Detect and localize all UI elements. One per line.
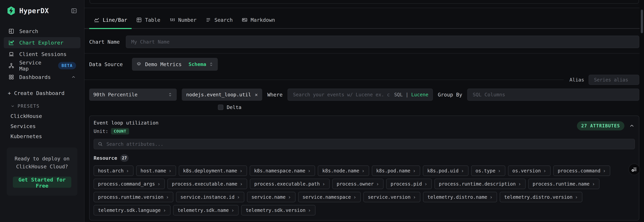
attribute-chip-label: process.pid	[390, 181, 422, 187]
attribute-chip[interactable]: k8s.deployment.name ›	[179, 166, 247, 176]
attribute-chip[interactable]: host.arch ›	[94, 166, 134, 176]
sidebar-item-client-sessions[interactable]: Client Sessions	[4, 49, 80, 60]
sql-lucene-toggle[interactable]: SQL | Lucene	[394, 92, 428, 97]
tab-label: Markdown	[251, 17, 275, 23]
data-source-row: Data Source Demo Metrics Schema	[89, 58, 639, 71]
chevron-right-icon: ›	[322, 181, 325, 187]
collapse-panel-icon[interactable]	[629, 123, 635, 129]
attributes-count-badge: 27 ATTRIBUTES	[577, 121, 624, 130]
preset-list: ClickHouse Services Kubernetes	[10, 111, 84, 141]
tab-search[interactable]: Search	[201, 12, 237, 29]
attribute-chip-label: telemetry.sdk.language	[98, 208, 161, 213]
attribute-chip[interactable]: telemetry.sdk.language ›	[94, 205, 170, 216]
sitemap-icon	[8, 62, 14, 69]
unit-label: Unit:	[94, 128, 108, 134]
attribute-chip[interactable]: os.version ›	[508, 166, 551, 176]
delta-checkbox[interactable]	[218, 105, 223, 110]
aggregation-value: 90th Percentile	[93, 92, 138, 97]
sidebar-item-search[interactable]: Search	[4, 26, 80, 37]
promo-text: Ready to deploy on ClickHouse Cloud?	[13, 155, 71, 171]
lucene-option[interactable]: Lucene	[411, 92, 428, 97]
tab-line-bar[interactable]: Line/Bar	[89, 12, 132, 29]
sql-option[interactable]: SQL	[394, 92, 403, 97]
aggregation-select[interactable]: 90th Percentile	[89, 89, 177, 101]
group-by-input[interactable]	[467, 89, 639, 101]
attribute-chip[interactable]: process.runtime.description ›	[434, 179, 526, 189]
remove-metric-icon[interactable]: ×	[255, 92, 258, 98]
tab-table[interactable]: Table	[132, 12, 165, 29]
attribute-chip[interactable]: process.executable.path ›	[250, 179, 330, 189]
attribute-chip[interactable]: k8s.pod.name ›	[372, 166, 420, 176]
presets-toggle[interactable]: PRESETS	[10, 104, 84, 109]
attribute-chip[interactable]: service.version ›	[364, 192, 420, 202]
attribute-chip[interactable]: process.command_args ›	[94, 179, 165, 189]
attribute-chip[interactable]: process.executable.name ›	[168, 179, 247, 189]
attribute-chip[interactable]: telemetry.sdk.name ›	[173, 205, 239, 216]
markdown-icon	[242, 17, 248, 23]
tab-markdown[interactable]: Markdown	[237, 12, 280, 29]
data-source-select[interactable]: Demo Metrics Schema	[132, 58, 218, 71]
scrollbar-thumb[interactable]	[641, 10, 643, 33]
attribute-chip[interactable]: service.instance.id ›	[176, 192, 244, 202]
attribute-chip[interactable]: k8s.pod.uid ›	[423, 166, 468, 176]
create-dashboard-button[interactable]: + Create Dashboard	[8, 90, 84, 96]
attribute-chip[interactable]: process.runtime.version ›	[94, 192, 173, 202]
chevron-right-icon: ›	[240, 168, 242, 174]
sidebar-collapse-icon[interactable]	[70, 7, 77, 14]
divider	[84, 8, 644, 8]
attribute-chip[interactable]: process.command ›	[553, 166, 610, 176]
sidebar-item-dashboards[interactable]: Dashboards	[4, 71, 80, 83]
chevron-right-icon: ›	[353, 194, 356, 200]
chevron-right-icon: ›	[592, 181, 595, 187]
sidebar: HyperDX Search	[0, 0, 84, 222]
chevron-right-icon: ›	[166, 194, 169, 200]
attribute-chip[interactable]: telemetry.distro.version ›	[500, 192, 582, 202]
feedback-fab-button[interactable]	[628, 164, 640, 175]
attribute-chip-label: telemetry.sdk.version	[246, 208, 306, 213]
metric-attributes-panel: Event loop utilization Unit: COUNT 27 AT…	[89, 116, 639, 221]
layers-icon	[136, 61, 142, 67]
attribute-chip-label: os.version	[512, 168, 541, 174]
sidebar-nav: Search Chart Explorer Cl	[0, 26, 84, 83]
tab-label: Search	[214, 17, 233, 23]
attribute-chip[interactable]: k8s.node.name ›	[318, 166, 369, 176]
chevron-right-icon: ›	[518, 181, 521, 187]
attribute-chip[interactable]: telemetry.distro.name ›	[423, 192, 497, 202]
attribute-chip[interactable]: telemetry.sdk.version ›	[241, 205, 315, 216]
attribute-chip-label: process.owner	[337, 181, 374, 187]
attribute-search-input[interactable]	[94, 139, 635, 149]
schema-link[interactable]: Schema	[188, 61, 206, 67]
preset-item[interactable]: Services	[10, 121, 84, 131]
attribute-chip[interactable]: k8s.namespace.name ›	[250, 166, 315, 176]
tab-number[interactable]: Number	[165, 12, 201, 29]
metric-field-chip[interactable]: nodejs.event_loop.util ×	[182, 89, 262, 101]
sidebar-item-label: Dashboards	[19, 74, 51, 80]
alias-input[interactable]	[588, 75, 639, 85]
preset-item[interactable]: ClickHouse	[10, 111, 84, 121]
sidebar-item-service-map[interactable]: Service Map BETA	[4, 60, 80, 71]
attribute-chip[interactable]: process.runtime.name ›	[528, 179, 600, 189]
sidebar-item-chart-explorer[interactable]: Chart Explorer	[4, 37, 80, 48]
scrollbar-track	[640, 0, 644, 222]
attribute-chip-label: service.namespace	[302, 194, 351, 200]
attribute-chip[interactable]: process.owner ›	[332, 179, 384, 189]
chart-name-row: Chart Name	[89, 36, 639, 48]
panel-header: Event loop utilization Unit: COUNT 27 AT…	[94, 120, 635, 134]
select-chevrons-icon	[168, 92, 173, 97]
chart-line-icon	[8, 39, 14, 46]
get-started-button[interactable]: Get Started for Free	[13, 177, 71, 188]
attribute-chip[interactable]: service.namespace ›	[298, 192, 361, 202]
resource-group-label: Resource	[94, 155, 117, 161]
attribute-chip-label: service.instance.id	[180, 194, 234, 200]
chart-name-input[interactable]	[126, 36, 639, 48]
preset-item[interactable]: Kubernetes	[10, 131, 84, 141]
tab-label: Table	[145, 17, 160, 23]
chevron-right-icon: ›	[168, 168, 172, 174]
chart-preview-edge	[90, 0, 639, 4]
attribute-chip[interactable]: host.name ›	[136, 166, 176, 176]
squares-icon	[8, 74, 14, 80]
sidebar-item-label: Service Map	[19, 59, 54, 72]
attribute-chip[interactable]: service.name ›	[247, 192, 295, 202]
attribute-chip[interactable]: os.type ›	[471, 166, 505, 176]
attribute-chip[interactable]: process.pid ›	[386, 179, 432, 189]
